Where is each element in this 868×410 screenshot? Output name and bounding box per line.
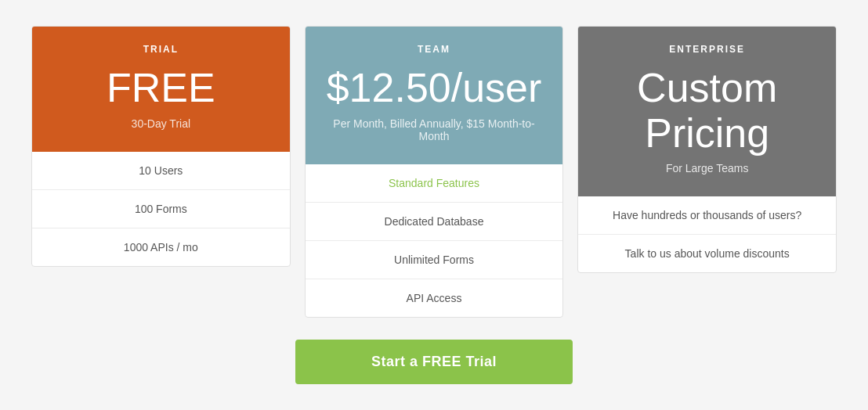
plan-price-sub-trial: 30-Day Trial [48, 117, 274, 130]
feature-item-team-0: Standard Features [306, 164, 563, 203]
pricing-card-trial: TRIALFREE30-Day Trial10 Users100 Forms10… [31, 26, 291, 266]
plan-price-sub-enterprise: For Large Teams [594, 162, 820, 174]
card-header-trial: TRIALFREE30-Day Trial [32, 27, 290, 151]
feature-item-trial-0: 10 Users [32, 152, 290, 190]
feature-item-enterprise-1: Talk to us about volume discounts [578, 235, 836, 272]
plan-price-trial: FREE [48, 66, 274, 110]
feature-item-team-2: Unlimited Forms [306, 241, 563, 279]
pricing-card-team: TEAM$12.50/userPer Month, Billed Annuall… [305, 26, 564, 317]
pricing-container: TRIALFREE30-Day Trial10 Users100 Forms10… [31, 26, 837, 317]
plan-label-enterprise: ENTERPRISE [594, 44, 820, 55]
pricing-card-enterprise: ENTERPRISECustom PricingFor Large TeamsH… [577, 26, 837, 272]
feature-item-team-1: Dedicated Database [306, 203, 563, 241]
card-header-team: TEAM$12.50/userPer Month, Billed Annuall… [306, 27, 563, 164]
plan-price-sub-team: Per Month, Billed Annually, $15 Month-to… [321, 117, 548, 142]
card-features-enterprise: Have hundreds or thousands of users?Talk… [578, 196, 836, 272]
card-header-enterprise: ENTERPRISECustom PricingFor Large Teams [578, 27, 836, 196]
feature-item-enterprise-0: Have hundreds or thousands of users? [578, 196, 836, 235]
card-features-trial: 10 Users100 Forms1000 APIs / mo [32, 152, 290, 266]
feature-item-trial-1: 100 Forms [32, 190, 290, 228]
feature-item-trial-2: 1000 APIs / mo [32, 228, 290, 266]
plan-label-team: TEAM [321, 44, 548, 55]
plan-label-trial: TRIAL [48, 44, 274, 55]
cta-container: Start a FREE Trial [31, 340, 837, 384]
feature-item-team-3: API Access [306, 279, 563, 317]
plan-price-team: $12.50/user [321, 66, 548, 110]
card-features-team: Standard FeaturesDedicated DatabaseUnlim… [306, 164, 563, 317]
plan-price-enterprise: Custom Pricing [594, 66, 820, 155]
start-trial-button[interactable]: Start a FREE Trial [295, 340, 573, 384]
